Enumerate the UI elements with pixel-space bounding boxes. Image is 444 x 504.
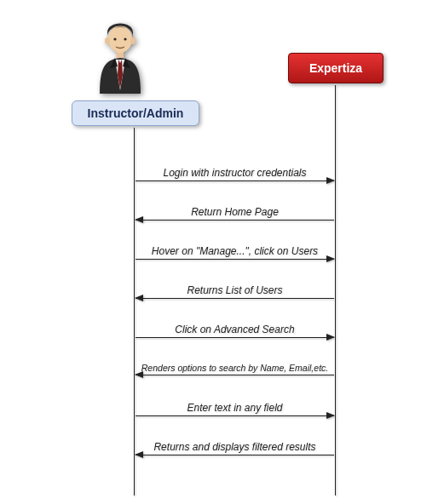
arrow-right-icon xyxy=(136,415,334,416)
message-label: Hover on "Manage...", click on Users xyxy=(136,245,334,259)
message-label: Click on Advanced Search xyxy=(136,324,334,337)
message-2: Return Home Page xyxy=(136,206,334,220)
message-8: Returns and displays filtered results xyxy=(136,441,334,455)
arrow-left-icon xyxy=(136,375,334,375)
sequence-diagram: Instructor/Admin Expertiza Login with in… xyxy=(0,0,444,504)
svg-point-1 xyxy=(108,26,132,53)
message-label: Login with instructor credentials xyxy=(136,167,334,180)
lifeline-actor xyxy=(134,128,135,495)
message-1: Login with instructor credentials xyxy=(136,167,334,181)
svg-point-4 xyxy=(113,37,116,40)
arrow-left-icon xyxy=(136,220,334,220)
actor-icon xyxy=(95,15,146,97)
message-label: Enter text in any field xyxy=(136,402,334,415)
arrow-right-icon xyxy=(136,337,334,338)
lifeline-participant xyxy=(335,85,336,495)
arrow-right-icon xyxy=(136,180,334,181)
arrow-left-icon xyxy=(136,298,334,299)
message-label: Return Home Page xyxy=(136,206,334,220)
svg-point-3 xyxy=(130,37,136,44)
message-label: Returns List of Users xyxy=(136,284,334,298)
actor-label: Instructor/Admin xyxy=(72,100,199,126)
svg-point-5 xyxy=(124,37,126,40)
message-4: Returns List of Users xyxy=(136,284,334,299)
message-7: Enter text in any field xyxy=(136,402,334,416)
arrow-right-icon xyxy=(136,259,334,260)
message-label: Renders options to search by Name, Email… xyxy=(136,363,334,375)
message-label: Returns and displays filtered results xyxy=(136,441,334,455)
svg-point-2 xyxy=(105,37,110,44)
participant-expertiza: Expertiza xyxy=(288,53,383,83)
arrow-left-icon xyxy=(136,455,334,455)
message-3: Hover on "Manage...", click on Users xyxy=(136,245,334,260)
message-5: Click on Advanced Search xyxy=(136,324,334,338)
message-6: Renders options to search by Name, Email… xyxy=(136,363,334,375)
